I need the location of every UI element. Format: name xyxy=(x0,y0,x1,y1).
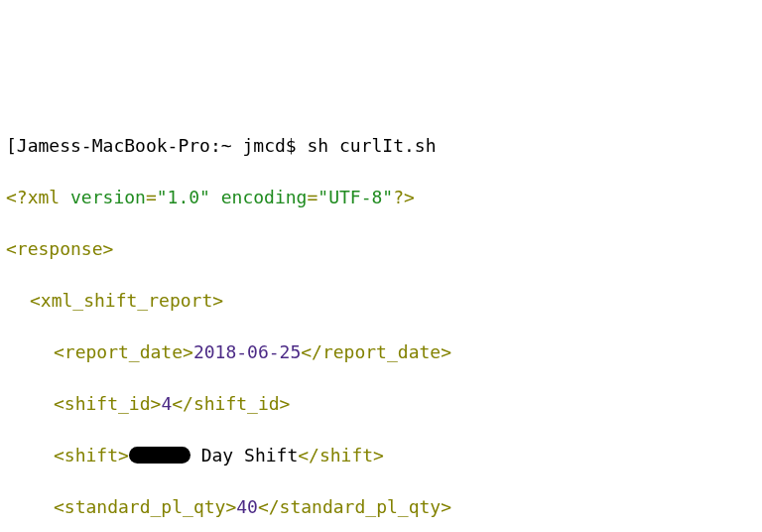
xml-declaration: <?xml version="1.0" encoding="UTF-8"?> xyxy=(6,185,756,210)
prompt-line-1: [Jamess-MacBook-Pro:~ jmcd$ sh curlIt.sh xyxy=(6,133,756,159)
prompt-path: ~ xyxy=(221,135,232,156)
prompt-user: jmcd xyxy=(242,135,285,156)
field-shift: <shift> Day Shift</shift> xyxy=(6,443,756,468)
terminal-output: [Jamess-MacBook-Pro:~ jmcd$ sh curlIt.sh… xyxy=(6,107,756,532)
field-shift-id: <shift_id>4</shift_id> xyxy=(6,391,756,417)
command-text: sh curlIt.sh xyxy=(308,135,437,156)
redacted-shift-prefix xyxy=(129,447,190,464)
prompt-host: Jamess-MacBook-Pro xyxy=(17,135,210,156)
tag-xsr-open: <xml_shift_report> xyxy=(6,288,756,314)
tag-response-open: <response> xyxy=(6,236,756,262)
field-standard-pl-qty: <standard_pl_qty>40</standard_pl_qty> xyxy=(6,494,756,520)
field-report-date: <report_date>2018-06-25</report_date> xyxy=(6,339,756,365)
prompt-bracket: [ xyxy=(6,135,17,156)
